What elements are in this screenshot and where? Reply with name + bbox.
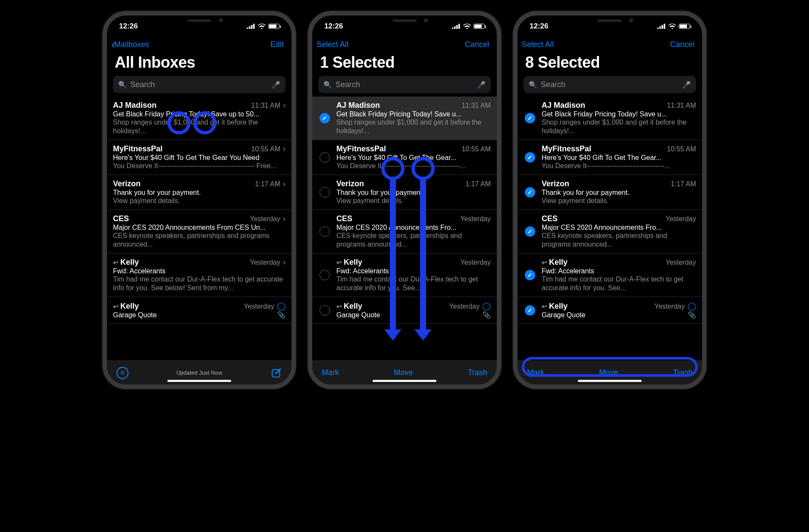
battery-icon [679,24,690,29]
subject-label: Thank you for your payment. [542,189,696,197]
checkbox-empty-icon[interactable] [320,187,330,197]
checkbox-empty-icon[interactable] [320,305,330,316]
email-row[interactable]: CESYesterday›Major CES 2020 Announcement… [107,210,292,253]
preview-label: You Deserve It--------------------------… [113,162,285,170]
reply-icon: ↩ [542,259,547,266]
time-label: 11:31 AM [251,102,280,110]
subject-label: Get Black Friday Pricing Today! Save u..… [336,110,491,118]
email-row[interactable]: ↩KellyYesterdayFwd: AccelerantsTim had m… [312,253,497,297]
status-time: 12:26 [530,22,548,31]
email-row[interactable]: ↩KellyYesterday◯Garage Quote📎 [312,297,497,324]
chevron-right-icon: › [283,179,285,188]
subject-label: Garage Quote [336,311,491,319]
search-input[interactable]: 🔍Search🎤 [113,76,285,93]
email-list[interactable]: ✓AJ Madison11:31 AMGet Black Friday Pric… [517,97,702,360]
email-row[interactable]: Verizon1:17 AM›Thank you for your paymen… [107,175,292,210]
chevron-right-icon: › [283,258,285,267]
battery-icon [268,24,279,29]
search-input[interactable]: 🔍Search🎤 [318,76,491,93]
trash-button[interactable]: Trash [468,368,487,377]
checkbox-empty-icon[interactable] [320,226,330,237]
cancel-button[interactable]: Cancel [465,40,489,49]
sender-label: MyFitnessPal [113,144,163,153]
email-row[interactable]: ✓Verizon1:17 AMThank you for your paymen… [517,175,702,210]
preview-label: Tim had me contact our Dur-A-Flex tech t… [113,275,285,292]
search-input[interactable]: 🔍Search🎤 [524,76,696,93]
sender-label: CES [542,214,558,223]
preview-label: CES keynote speakers, partnerships and p… [542,232,696,249]
subject-label: Here's Your $40 Gift To Get The Gear... [542,154,696,162]
sender-label: CES [113,214,129,223]
notch [564,16,655,28]
notch [154,16,245,28]
sender-label: Kelly [344,302,362,310]
time-label: 10:55 AM [251,145,280,153]
attachment-icon: 📎 [483,311,491,319]
checkbox-checked-icon[interactable]: ✓ [525,226,535,237]
edit-button[interactable]: Edit [270,40,284,49]
checkbox-checked-icon[interactable]: ✓ [525,113,535,123]
email-row[interactable]: ✓AJ Madison11:31 AMGet Black Friday Pric… [517,97,702,140]
mark-button[interactable]: Mark [322,368,339,377]
email-list[interactable]: AJ Madison11:31 AM›Get Black Friday Pric… [107,97,292,360]
move-button[interactable]: Move [394,368,413,377]
thread-indicator-icon: ◯ [687,301,696,311]
mic-icon[interactable]: 🎤 [477,81,486,89]
email-row[interactable]: MyFitnessPal10:55 AM›Here's Your $40 Gif… [107,140,292,175]
filter-button[interactable]: ≡ [116,367,129,379]
email-row[interactable]: ↩KellyYesterday›Fwd: AccelerantsTim had … [107,253,292,297]
time-label: Yesterday [250,215,280,223]
svg-rect-12 [664,24,665,29]
checkbox-empty-icon[interactable] [320,270,330,280]
checkbox-checked-icon[interactable]: ✓ [525,152,535,163]
email-row[interactable]: ✓CESYesterdayMajor CES 2020 Announcement… [517,210,702,253]
cancel-button[interactable]: Cancel [670,40,694,49]
checkbox-checked-icon[interactable]: ✓ [525,305,535,316]
mark-button[interactable]: Mark [527,368,544,377]
sender-label: Kelly [549,258,568,266]
svg-rect-10 [659,26,661,29]
email-row[interactable]: MyFitnessPal10:55 AMHere's Your $40 Gift… [312,140,497,175]
email-row[interactable]: ✓↩KellyYesterday◯Garage Quote📎 [517,297,702,324]
move-button[interactable]: Move [599,368,618,377]
time-label: Yesterday [244,303,274,310]
reply-icon: ↩ [336,303,342,310]
checkbox-checked-icon[interactable]: ✓ [525,187,535,197]
select-all-button[interactable]: Select All [522,40,554,49]
trash-button[interactable]: Trash [673,368,693,377]
nav-bar: Select AllCancel [312,35,497,52]
checkbox-checked-icon[interactable]: ✓ [525,270,535,280]
time-label: Yesterday [665,215,696,223]
svg-rect-1 [249,26,251,29]
select-all-button[interactable]: Select All [317,40,348,49]
email-row[interactable]: CESYesterdayMajor CES 2020 Announcements… [312,210,497,253]
svg-rect-7 [456,25,458,29]
phone-frame: 12:26‹MailboxesEditAll Inboxes🔍Search🎤AJ… [103,11,296,389]
notch [359,16,450,28]
email-row[interactable]: ✓↩KellyYesterdayFwd: AccelerantsTim had … [517,253,702,297]
svg-rect-8 [458,24,460,29]
time-label: 11:31 AM [461,102,491,110]
preview-label: Tim had me contact our Dur-A-Flex tech t… [336,275,491,292]
email-row[interactable]: ✓AJ Madison11:31 AMGet Black Friday Pric… [312,97,497,140]
email-list[interactable]: ✓AJ Madison11:31 AMGet Black Friday Pric… [312,97,497,360]
back-button[interactable]: ‹Mailboxes [111,40,149,49]
email-row[interactable]: AJ Madison11:31 AM›Get Black Friday Pric… [107,97,292,140]
mic-icon[interactable]: 🎤 [272,81,280,89]
subject-label: Major CES 2020 Announcements Fro... [336,224,491,232]
thread-indicator-icon: ◯ [482,301,491,311]
home-indicator[interactable] [167,380,231,382]
email-row[interactable]: Verizon1:17 AMThank you for your payment… [312,175,497,210]
subject-label: Garage Quote [113,311,285,319]
checkbox-empty-icon[interactable] [320,152,330,163]
preview-label: Shop ranges under $1,000 and get it befo… [542,118,696,135]
home-indicator[interactable] [373,380,436,382]
svg-rect-9 [657,28,659,29]
compose-button[interactable] [271,367,282,379]
home-indicator[interactable] [578,380,642,382]
email-row[interactable]: ↩KellyYesterday◯Garage Quote📎 [107,297,292,324]
email-row[interactable]: ✓MyFitnessPal10:55 AMHere's Your $40 Gif… [517,140,702,175]
mic-icon[interactable]: 🎤 [682,81,691,89]
checkbox-checked-icon[interactable]: ✓ [320,113,330,123]
search-placeholder: Search [541,80,682,89]
